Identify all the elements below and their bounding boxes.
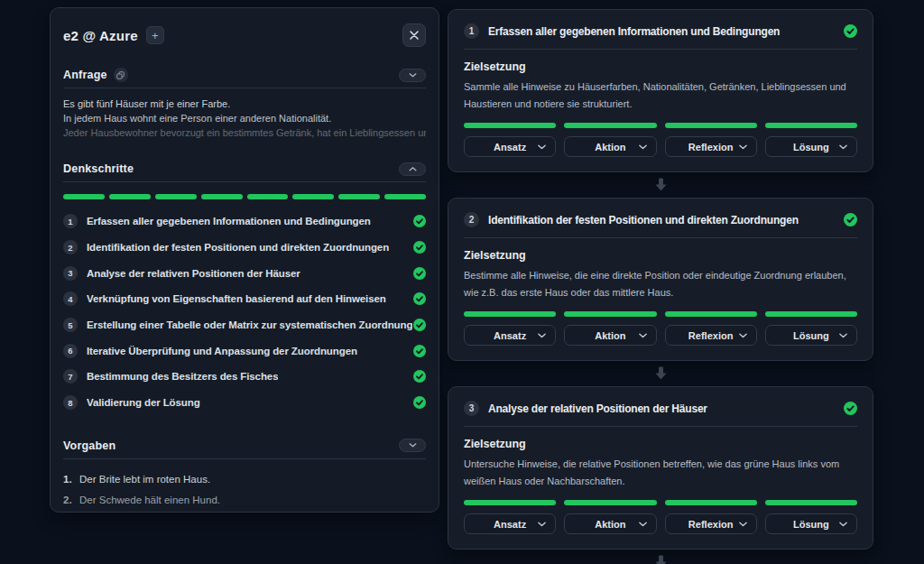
phase-title: Identifikation der festen Positionen und… — [488, 214, 835, 227]
phase-progress-bars — [464, 500, 857, 505]
phase-buttons-row: Ansatz Aktion Reflexion Lösung — [464, 513, 857, 534]
dropdown-label: Ansatz — [494, 142, 526, 153]
progress-segment — [665, 123, 757, 128]
vorgaben-heading: Vorgaben — [63, 439, 116, 452]
step-number-badge: 8 — [63, 395, 78, 410]
phase-card-header: 2 Identifikation der festen Positionen u… — [464, 209, 857, 237]
vorgaben-collapse-button[interactable] — [399, 439, 426, 452]
phase-dropdown-button[interactable]: Reflexion — [665, 136, 757, 157]
step-label: Identifikation der festen Positionen und… — [87, 242, 389, 253]
dropdown-label: Aktion — [595, 330, 625, 341]
thinking-step-row[interactable]: 3 Analyse der relativen Positionen der H… — [63, 260, 426, 286]
anfrage-line: Es gibt fünf Häuser mit je einer Farbe. — [63, 97, 426, 111]
phase-dropdown-button[interactable]: Aktion — [564, 513, 656, 534]
progress-segment — [464, 311, 556, 317]
phase-dropdown-button[interactable]: Lösung — [765, 136, 857, 157]
check-circle-icon — [413, 319, 426, 331]
progress-segment — [247, 194, 289, 199]
dropdown-label: Aktion — [595, 519, 625, 530]
phase-dropdown-button[interactable]: Aktion — [564, 325, 656, 346]
arrow-down-icon — [654, 366, 668, 381]
copy-button[interactable] — [114, 68, 128, 82]
close-button[interactable] — [402, 23, 426, 47]
step-label: Validierung der Lösung — [87, 397, 200, 408]
phase-card-header: 3 Analyse der relativen Positionen der H… — [464, 398, 857, 426]
phase-dropdown-button[interactable]: Aktion — [564, 136, 656, 157]
check-circle-icon — [413, 396, 426, 409]
chevron-down-icon — [538, 333, 546, 338]
phase-dropdown-button[interactable]: Reflexion — [665, 325, 757, 346]
denkschritte-collapse-button[interactable] — [399, 162, 426, 176]
add-button[interactable]: + — [146, 26, 164, 44]
progress-segment — [665, 500, 757, 505]
chevron-down-icon — [538, 144, 546, 150]
constraint-number: 2. — [63, 490, 79, 511]
phase-number-badge: 1 — [464, 23, 479, 39]
progress-segment — [665, 311, 757, 317]
chevron-down-icon — [739, 144, 747, 150]
anfrage-collapse-button[interactable] — [399, 69, 426, 82]
progress-segment — [765, 311, 857, 317]
chevron-down-icon — [739, 522, 747, 527]
x-icon — [410, 31, 419, 40]
check-circle-icon — [413, 241, 426, 254]
step-number-badge: 5 — [63, 318, 78, 332]
thinking-step-row[interactable]: 5 Erstellung einer Tabelle oder Matrix z… — [63, 312, 426, 338]
chevron-down-icon — [409, 443, 417, 448]
step-label: Iterative Überprüfung und Anpassung der … — [87, 346, 357, 356]
phase-card: 3 Analyse der relativen Positionen der H… — [448, 386, 873, 550]
check-circle-icon — [844, 24, 857, 38]
step-label: Erfassen aller gegebenen Informationen u… — [87, 216, 371, 227]
thinking-steps-list: 1 Erfassen aller gegebenen Informationen… — [63, 208, 426, 416]
thinking-step-row[interactable]: 4 Verknüpfung von Eigenschaften basieren… — [63, 286, 426, 312]
progress-segment — [63, 194, 105, 199]
denkschritte-section: Denkschritte 1 Erfassen aller gegebenen … — [63, 161, 426, 416]
dropdown-label: Ansatz — [494, 519, 526, 530]
step-label: Bestimmung des Besitzers des Fisches — [87, 371, 278, 382]
phase-dropdown-button[interactable]: Ansatz — [464, 325, 556, 346]
phase-dropdown-button[interactable]: Lösung — [765, 325, 857, 346]
session-panel: e2 @ Azure + Anfrage Es gibt fünf Häuser… — [50, 7, 439, 513]
phase-card-header: 1 Erfassen aller gegebenen Informationen… — [464, 21, 857, 49]
check-circle-icon — [844, 213, 857, 227]
step-label: Erstellung einer Tabelle oder Matrix zur… — [87, 319, 412, 330]
constraint-item: 3. Der Däne trinkt gerne Tee. — [63, 511, 426, 513]
step-number-badge: 3 — [63, 266, 78, 281]
phase-title: Erfassen aller gegebenen Informationen u… — [488, 25, 835, 38]
progress-segment — [155, 194, 197, 199]
dropdown-label: Reflexion — [688, 330, 734, 341]
check-circle-icon — [413, 345, 426, 357]
phase-dropdown-button[interactable]: Ansatz — [464, 513, 556, 534]
phase-dropdown-button[interactable]: Ansatz — [464, 136, 556, 157]
dropdown-label: Lösung — [793, 519, 829, 530]
phase-buttons-row: Ansatz Aktion Reflexion Lösung — [464, 136, 857, 157]
phase-dropdown-button[interactable]: Lösung — [765, 513, 857, 534]
anfrage-text: Es gibt fünf Häuser mit je einer Farbe. … — [63, 97, 426, 140]
constraints-list: 1. Der Brite lebt im roten Haus. 2. Der … — [63, 469, 426, 513]
goal-description: Sammle alle Hinweise zu Häuserfarben, Na… — [464, 79, 857, 112]
thinking-step-row[interactable]: 2 Identifikation der festen Positionen u… — [63, 235, 426, 261]
thinking-step-row[interactable]: 7 Bestimmung des Besitzers des Fisches — [63, 364, 426, 390]
phase-progress-bars — [464, 123, 857, 128]
thinking-step-row[interactable]: 1 Erfassen aller gegebenen Informationen… — [63, 208, 426, 235]
constraint-text: Der Brite lebt im roten Haus. — [79, 469, 210, 490]
progress-segment — [564, 500, 656, 505]
thinking-step-row[interactable]: 8 Validierung der Lösung — [63, 390, 426, 416]
check-circle-icon — [413, 267, 426, 280]
thinking-step-row[interactable]: 6 Iterative Überprüfung und Anpassung de… — [63, 337, 426, 364]
progress-segment — [464, 500, 556, 505]
step-number-badge: 6 — [63, 344, 78, 358]
step-number-badge: 7 — [63, 369, 78, 384]
arrow-down-icon — [654, 178, 668, 192]
dropdown-label: Lösung — [793, 142, 829, 153]
step-label: Analyse der relativen Positionen der Häu… — [87, 268, 300, 279]
phase-dropdown-button[interactable]: Reflexion — [665, 513, 757, 534]
check-circle-icon — [413, 215, 426, 227]
anfrage-line: Jeder Hausbewohner bevorzugt ein bestimm… — [63, 125, 426, 140]
constraint-text: Der Schwede hält einen Hund. — [79, 490, 220, 511]
anfrage-section: Anfrage Es gibt fünf Häuser mit je einer… — [63, 67, 426, 140]
check-circle-icon — [413, 292, 426, 305]
progress-segment — [292, 194, 334, 199]
goal-heading: Zielsetzung — [464, 249, 857, 262]
step-label: Verknüpfung von Eigenschaften basierend … — [87, 293, 386, 304]
